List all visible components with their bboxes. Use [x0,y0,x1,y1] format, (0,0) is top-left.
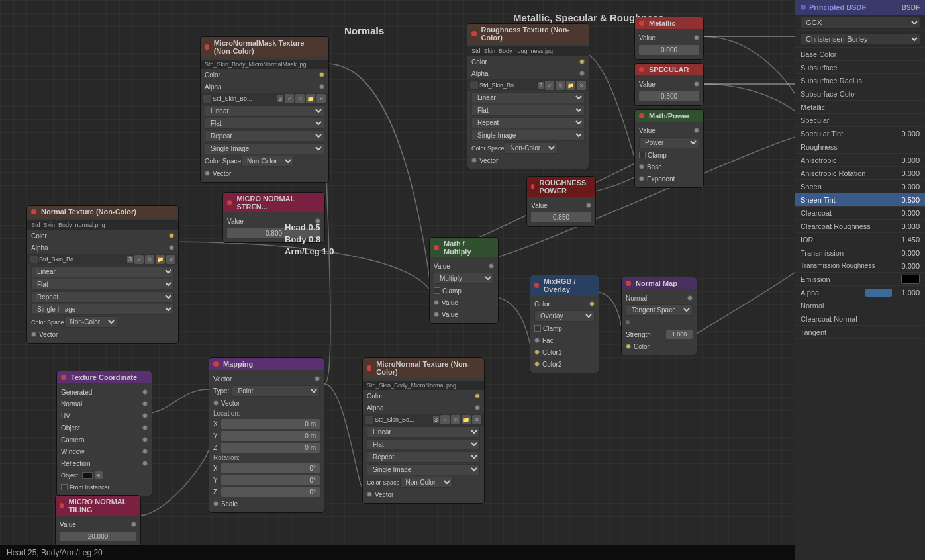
nt-colorspace-select[interactable]: Non-Color [64,316,117,328]
rt-tick[interactable]: ✓ [545,81,554,90]
rt-header: Roughness Texture (Non-Color) [467,24,589,44]
tc-cam-socket [142,437,148,442]
map-vec-label: Vector [213,375,315,383]
mix-clamp-cb[interactable] [534,325,541,332]
nt-proj-select[interactable]: Single Image [31,304,174,315]
tc-instancer-cb[interactable] [61,484,68,490]
mnt-alpha-row: Alpha [363,402,484,414]
tc-picker[interactable]: ⊕ [95,471,103,479]
extension-select[interactable]: Flat [205,118,324,129]
nt-ext-select[interactable]: Flat [31,279,174,290]
rt-interp[interactable]: Linear [471,92,585,103]
map-type-select[interactable]: Point [232,385,320,397]
mnt-copy[interactable]: ⎘ [451,415,460,424]
normal-map-node: Normal Map Normal Tangent Space Strength… [621,277,697,355]
rt-proj[interactable]: Single Image [471,130,585,141]
rt-repeat[interactable]: Repeat [471,117,585,128]
mt-title: MICRO NORMAL TILING [68,498,136,514]
rt-close[interactable]: ✕ [577,81,586,90]
rt-cs-select[interactable]: Non-Color [505,142,558,154]
map-scale-socket [213,501,219,506]
rp-header: Principled BSDF BSDF [795,0,925,15]
rp-value-row: Value [527,199,595,211]
mnt-proj[interactable]: Single Image [367,464,480,475]
rp-aniso-label: Anisotropic [801,156,893,164]
tc-obj-socket [142,425,148,430]
rp-distribution[interactable]: GGX [801,17,920,28]
copy-btn[interactable]: ⎘ [145,255,154,264]
nm-str-val[interactable]: 1.000 [666,330,693,339]
folder-btn[interactable]: 📁 [306,94,315,103]
copy-btn[interactable]: ⎘ [295,94,305,103]
rp-alpha-value: 1.000 [893,289,920,297]
mm-clamp-cb[interactable] [434,287,440,294]
map-z-val[interactable]: 0 m [221,443,320,453]
mnt-tick[interactable]: ✓ [440,415,450,424]
mm-op[interactable]: Multiply [434,273,494,284]
rp-sheen-row: Sheen 0.000 [795,180,925,193]
tick-btn[interactable]: ✓ [285,94,294,103]
mnt-interp[interactable]: Linear [367,426,480,438]
alpha-label: Alpha [205,83,319,91]
nt-repeat-select[interactable]: Repeat [31,291,174,303]
rp-metallic-row: Metallic [795,101,925,114]
mnt-folder[interactable]: 📁 [462,415,471,424]
tc-obj-text: Object: [61,472,80,479]
mp-clamp-cb[interactable] [639,152,646,158]
mm-val-socket [489,263,494,269]
met-value-bar[interactable]: 0.000 [639,45,699,55]
nt-color-socket [169,233,174,238]
mnt-close[interactable]: ✕ [472,415,481,424]
rp-subsurface-method[interactable]: Christensen-Burley [801,34,920,44]
rt-copy[interactable]: ⎘ [556,81,565,90]
mix-color-out: Color [530,298,599,310]
close-btn[interactable]: ✕ [316,94,326,103]
tc-header: Texture Coordinate [57,371,152,383]
mns-header: MICRO NORMAL STREN... [223,193,324,212]
met-header: Metallic [635,17,703,29]
vector-label: Vector [213,170,231,177]
mnt-repeat[interactable]: Repeat [367,451,480,463]
map-type-row: Type: Point [209,385,324,397]
interpolation-select[interactable]: Linear [205,105,324,117]
mnt-color-label: Color [367,393,475,400]
map-x-val[interactable]: 0 m [221,419,320,429]
map-y-val[interactable]: 0 m [221,431,320,441]
rp-alpha-row: Alpha 1.000 [795,286,925,299]
mp-value-out: Value [635,124,703,136]
mp-clamp-label: Clamp [648,152,667,159]
map-loc-z: Z 0 m [209,442,324,453]
map-rx-val[interactable]: 0° [221,463,320,473]
mp-base-label: Base [647,163,662,171]
spec-value-bar[interactable]: 0.300 [639,91,699,101]
mm-val1-label: Value [442,299,458,306]
tc-gen-socket [142,389,148,395]
rt-folder[interactable]: 📁 [566,81,575,90]
repeat-select[interactable]: Repeat [205,130,324,142]
mm-val1-row: Value [430,297,498,308]
nm-color-label: Color [634,343,650,350]
mnt-body: Std_Skin_Body_MicroNormal.png Color Alph… [363,378,484,503]
spec-header: SPECULAR [635,64,703,75]
projection-select[interactable]: Single Image [205,143,324,154]
micronormal-mask-header: MicroNormalMask Texture (Non-Color) [201,37,328,57]
rt-ext[interactable]: Flat [471,105,585,116]
nt-interp-select[interactable]: Linear [31,266,174,277]
map-scale-row: Scale [209,498,324,510]
nm-space[interactable]: Tangent Space [626,304,693,316]
mp-op-select[interactable]: Power [639,137,699,148]
mp-val-label: Value [639,127,694,134]
folder-btn[interactable]: 📁 [156,255,165,264]
tick-btn[interactable]: ✓ [134,255,144,264]
map-rz-val[interactable]: 0° [221,487,320,497]
mnt-ext[interactable]: Flat [367,439,480,450]
rp-value-bar[interactable]: 0.850 [531,212,591,222]
colorspace-select[interactable]: Non-Color [241,156,294,167]
mix-op[interactable]: Overlay [534,310,595,322]
close-btn[interactable]: ✕ [166,255,175,264]
mnt-cs-select[interactable]: Non-Color [400,477,453,488]
rt-num: 3 [538,82,544,89]
map-ry-val[interactable]: 0° [221,475,320,485]
mt-value-bar[interactable]: 20.000 [60,532,136,541]
mix-fac-label: Fac [542,337,554,344]
